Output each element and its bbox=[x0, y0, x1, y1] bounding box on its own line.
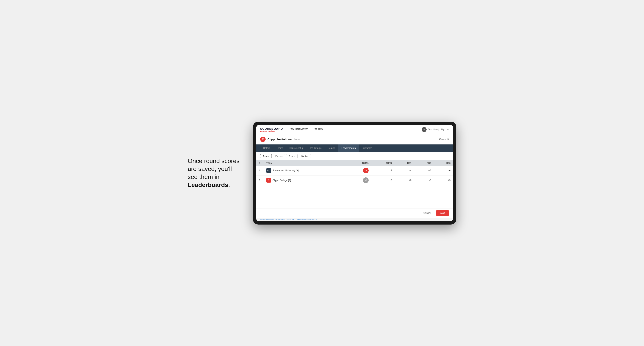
table-spacer bbox=[256, 185, 453, 208]
brand: SCOREBOARD Powered by clippd bbox=[260, 127, 283, 132]
brand-title: SCOREBOARD bbox=[260, 127, 283, 130]
sidebar-text: Once round scores are saved, you'll see … bbox=[188, 157, 242, 189]
cancel-label-top: Cancel bbox=[439, 138, 446, 141]
sidebar-text-content: Once round scores are saved, you'll see … bbox=[188, 158, 240, 188]
cell-rank-0: 1 bbox=[256, 166, 264, 175]
save-button[interactable]: Save bbox=[436, 210, 449, 216]
leaderboard-table-container: # TEAM TOTAL THRU RD1 RD2 RD3 1 SU bbox=[256, 160, 453, 185]
url-bar: https://stage-blue-coach.stagescoreboard… bbox=[256, 218, 453, 221]
tournament-sub: (Men) bbox=[294, 138, 300, 141]
col-rd3: RD3 bbox=[433, 160, 453, 166]
cell-thru-1: F bbox=[371, 175, 394, 185]
score-badge-0: -5 bbox=[363, 168, 369, 173]
cell-total-1: +3 bbox=[346, 175, 371, 185]
sidebar-bold: Leaderboards bbox=[188, 181, 228, 188]
cell-rd3-1: +3 bbox=[433, 175, 453, 185]
tab-nav: Details Teams Course Setup Tee Groups Re… bbox=[256, 145, 453, 152]
filter-teams[interactable]: Teams bbox=[260, 154, 272, 158]
col-rd1: RD1 bbox=[394, 160, 414, 166]
brand-sub-prefix: Powered by bbox=[260, 130, 270, 132]
tournament-header: C Clippd Invitational (Men) Cancel ✕ bbox=[256, 134, 453, 145]
cell-rd1-0: -4 bbox=[394, 166, 414, 175]
nav-links: TOURNAMENTS TEAMS bbox=[288, 125, 422, 134]
tab-printables[interactable]: Printables bbox=[359, 145, 375, 152]
col-total: TOTAL bbox=[346, 160, 371, 166]
table-row: 1 SU Scoreboard University [A] -5 F -4 +… bbox=[256, 166, 453, 175]
brand-subtitle: Powered by clippd bbox=[260, 130, 283, 132]
filter-scores[interactable]: Scores bbox=[286, 154, 298, 158]
bottom-bar: Cancel Save bbox=[256, 208, 453, 218]
cell-team-1: C Clippd College [A] bbox=[264, 175, 346, 185]
tournament-logo: C bbox=[260, 137, 266, 142]
tab-tee-groups[interactable]: Tee Groups bbox=[306, 145, 324, 152]
user-avatar: S bbox=[422, 127, 426, 132]
filter-players[interactable]: Players bbox=[273, 154, 285, 158]
cell-total-0: -5 bbox=[346, 166, 371, 175]
cancel-icon-top: ✕ bbox=[447, 138, 449, 141]
score-badge-1: +3 bbox=[363, 177, 369, 183]
cell-thru-0: F bbox=[371, 166, 394, 175]
filter-bar: Teams Players Scores Strokes bbox=[256, 152, 453, 160]
tab-details[interactable]: Details bbox=[260, 145, 274, 152]
tablet-frame: SCOREBOARD Powered by clippd TOURNAMENTS… bbox=[253, 122, 456, 224]
team-name-1: Clippd College [A] bbox=[272, 179, 291, 182]
filter-strokes[interactable]: Strokes bbox=[299, 154, 311, 158]
cancel-button-bottom[interactable]: Cancel bbox=[420, 210, 434, 216]
leaderboard-table: # TEAM TOTAL THRU RD1 RD2 RD3 1 SU bbox=[256, 160, 453, 185]
nav-right: S Test User | Sign out bbox=[422, 127, 449, 132]
nav-teams[interactable]: TEAMS bbox=[312, 125, 326, 134]
user-name: Test User | bbox=[428, 128, 439, 131]
cell-rd2-1: -8 bbox=[414, 175, 433, 185]
sign-out-link[interactable]: Sign out bbox=[440, 128, 449, 131]
page-wrapper: Once round scores are saved, you'll see … bbox=[188, 122, 456, 224]
team-name-0: Scoreboard University [A] bbox=[272, 169, 298, 172]
tab-teams[interactable]: Teams bbox=[274, 145, 286, 152]
cell-rd1-1: +8 bbox=[394, 175, 414, 185]
cell-rd2-0: +5 bbox=[414, 166, 433, 175]
cell-team-0: SU Scoreboard University [A] bbox=[264, 166, 346, 175]
tab-course-setup[interactable]: Course Setup bbox=[286, 145, 306, 152]
col-rank: # bbox=[256, 160, 264, 166]
tab-results[interactable]: Results bbox=[324, 145, 338, 152]
tab-leaderboards[interactable]: Leaderboards bbox=[338, 145, 359, 152]
tournament-name: Clippd Invitational bbox=[268, 138, 292, 141]
col-team: TEAM bbox=[264, 160, 346, 166]
cell-rank-1: 2 bbox=[256, 175, 264, 185]
brand-sub-name: clippd bbox=[270, 130, 276, 132]
table-row: 2 C Clippd College [A] +3 F +8 -8 +3 bbox=[256, 175, 453, 185]
nav-tournaments[interactable]: TOURNAMENTS bbox=[288, 125, 312, 134]
col-rd2: RD2 bbox=[414, 160, 433, 166]
cell-rd3-0: -6 bbox=[433, 166, 453, 175]
col-thru: THRU bbox=[371, 160, 394, 166]
tablet-screen: SCOREBOARD Powered by clippd TOURNAMENTS… bbox=[256, 125, 453, 221]
cancel-button-top[interactable]: Cancel ✕ bbox=[439, 138, 449, 141]
app-navbar: SCOREBOARD Powered by clippd TOURNAMENTS… bbox=[256, 125, 453, 134]
